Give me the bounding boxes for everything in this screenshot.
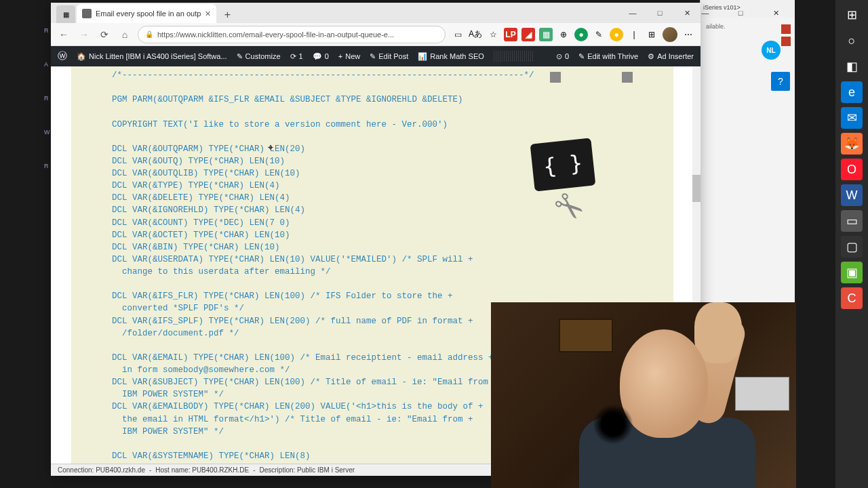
ext2-icon[interactable]: ◢ [521,28,535,41]
user-avatar-initials[interactable]: NL [762,41,781,60]
ext5-icon[interactable]: ● [574,28,588,41]
explorer-icon[interactable]: ▭ [841,210,863,232]
collections-icon[interactable]: ⊞ [645,28,658,41]
close-button[interactable]: ✕ [673,3,701,23]
bg-ext-icons [781,24,791,46]
menu-icon[interactable]: ⋯ [682,28,695,41]
left-desktop-strip: RARWR [43,0,51,488]
c-app-icon[interactable]: C [841,287,863,309]
forward-icon[interactable]: → [77,27,92,42]
close-tab-icon[interactable]: ✕ [205,9,211,18]
url-text: https://www.nicklitten.com/email-every-s… [157,30,394,39]
lock-icon: 🔒 [145,30,153,38]
opera-icon[interactable]: O [841,159,863,180]
edge-icon[interactable]: e [841,81,863,103]
firefox-icon[interactable]: 🦊 [841,133,863,155]
mouse-cursor: ⌖ [268,141,273,155]
ext6-icon[interactable]: ✎ [592,28,606,41]
new-tab-button[interactable]: + [219,7,235,23]
webcam-overlay [491,302,796,488]
ext3-icon[interactable]: ▦ [539,28,553,41]
windows-right-taskbar[interactable]: ⊞ ○ ◧ e ✉ 🦊 O W ▭ ▢ ▣ C [835,0,868,488]
customize-link[interactable]: ✎ Customize [237,52,281,61]
ext8-icon[interactable]: | [627,28,641,41]
minimize-button[interactable]: — [619,3,646,23]
wordpress-admin-bar: ⓦ 🏠 Nick Litten [IBM i AS400 iSeries] So… [51,46,701,66]
back-icon[interactable]: ← [56,27,71,42]
tab-title: Email every spool file in an outp [96,9,201,18]
terminal-icon[interactable]: ▢ [841,236,863,258]
url-field[interactable]: 🔒 https://www.nicklitten.com/email-every… [138,26,446,43]
windows-start-icon[interactable]: ⊞ [841,4,863,26]
ext1-icon[interactable]: LP [504,28,517,41]
favicon-icon [82,9,92,18]
cortana-icon[interactable]: ◧ [841,56,863,77]
word-icon[interactable]: W [841,184,863,206]
bg-window-controls[interactable]: —□✕ [686,0,795,26]
titlebar: ▦ Email every spool file in an outp ✕ + … [51,3,701,23]
site-name[interactable]: 🏠 Nick Litten [IBM i AS400 iSeries] Soft… [77,52,227,61]
profile-avatar[interactable] [663,27,677,42]
translate-icon[interactable]: Aあ [469,28,482,41]
thrive-count[interactable]: ⊙ 0 [556,52,569,61]
favorite-icon[interactable]: ☆ [486,28,500,41]
home-icon[interactable]: ⌂ [117,27,132,42]
maximize-button[interactable]: □ [646,3,673,23]
edit-post-link[interactable]: ✎ Edit Post [370,52,408,61]
comments-link[interactable]: 💬 0 [313,52,329,61]
updates-link[interactable]: ⟳ 1 [290,52,303,61]
reader-icon[interactable]: ▭ [451,28,465,41]
pinned-tab[interactable]: ▦ [56,5,75,23]
camtasia-icon[interactable]: ▣ [841,262,863,283]
rank-math-link[interactable]: 📊 Rank Math SEO [418,52,484,61]
status-desc: Description: Public IBM i Server [259,466,355,474]
window-controls: — □ ✕ [619,3,701,23]
code-snippet-graphic: { } ✂ [526,141,620,243]
status-host: Host name: PUB400.RZKH.DE [155,466,249,474]
wp-logo-icon[interactable]: ⓦ [58,50,67,62]
refresh-icon[interactable]: ⟳ [97,27,112,42]
ad-inserter-link[interactable]: ⚙ Ad Inserter [648,52,694,61]
ext4-icon[interactable]: ⊕ [557,28,570,41]
address-bar: ← → ⟳ ⌂ 🔒 https://www.nicklitten.com/ema… [51,23,701,46]
edit-thrive-link[interactable]: ✎ Edit with Thrive [578,52,638,61]
waveform-icon [494,51,534,62]
active-tab[interactable]: Email every spool file in an outp ✕ [77,4,216,23]
scrollbar-thumb[interactable] [692,175,701,202]
ext7-icon[interactable]: ● [610,28,623,41]
search-icon[interactable]: ○ [841,30,863,52]
outlook-icon[interactable]: ✉ [841,107,863,129]
floating-badges [550,72,633,83]
new-link[interactable]: + New [338,52,360,60]
help-icon[interactable]: ? [771,72,790,91]
status-connection: Connection: PUB400.rzkh.de [58,466,145,474]
toolbar-icons: ▭ Aあ ☆ LP ◢ ▦ ⊕ ● ✎ ● | ⊞ ⋯ [451,27,695,42]
